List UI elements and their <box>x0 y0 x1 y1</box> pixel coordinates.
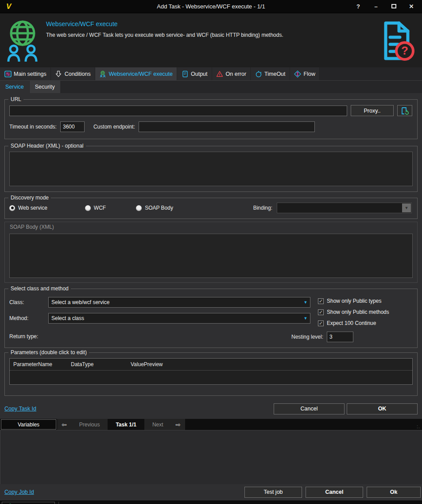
tab-label: On error <box>226 71 247 77</box>
checkbox-show-public-types[interactable]: ✓ Show only Public types <box>318 298 381 304</box>
next-task-button[interactable]: Next <box>144 419 171 430</box>
svg-text:?: ? <box>401 44 408 57</box>
tab-label: Conditions <box>65 71 91 77</box>
url-input[interactable] <box>9 105 347 116</box>
flow-diamond-icon <box>294 70 302 78</box>
variables-tab[interactable]: Variables <box>1 419 56 430</box>
next-arrow-icon[interactable]: ⇨ <box>171 419 186 430</box>
tab-label: Flow <box>304 71 315 77</box>
class-value: Select a web/wcf service <box>49 299 301 305</box>
current-task-tab[interactable]: Task 1/1 <box>108 419 144 430</box>
subtab-label: Security <box>35 84 55 90</box>
radio-label: SOAP Body <box>145 205 173 211</box>
method-combobox[interactable]: Select a class ▼ <box>48 313 310 324</box>
checkbox-icon: ✓ <box>318 309 324 315</box>
custom-endpoint-input[interactable] <box>139 121 315 132</box>
column-parameter-name[interactable]: ParameterName <box>10 361 71 367</box>
variables-panel <box>0 430 422 484</box>
parameters-legend: Parameters (double click to edit) <box>8 349 89 356</box>
close-button[interactable]: ✕ <box>408 3 415 10</box>
soap-body-label: SOAP Body (XML) <box>8 224 56 230</box>
task-ok-button[interactable]: OK <box>347 403 418 414</box>
status-variables-button[interactable]: Variables <box>2 502 55 504</box>
class-label: Class: <box>9 299 48 305</box>
status-bar: Variables Next run: No Trigger specified <box>0 500 422 504</box>
maximize-button[interactable] <box>390 3 397 10</box>
previous-arrow-icon[interactable]: ⇦ <box>57 419 71 430</box>
reload-wsdl-button[interactable] <box>397 105 412 116</box>
parameters-group: Parameters (double click to edit) Parame… <box>4 352 418 396</box>
checkbox-label: Expect 100 Continue <box>327 320 376 326</box>
class-combobox[interactable]: Select a web/wcf service ▼ <box>48 297 310 308</box>
tab-on-error[interactable]: On error <box>212 67 251 80</box>
timeout-input[interactable] <box>60 121 85 132</box>
task-footer: Copy Task Id Cancel OK <box>4 403 418 414</box>
method-label: Method: <box>9 315 48 321</box>
document-icon <box>181 70 189 78</box>
job-footer: Copy Job Id Test job Cancel Ok <box>0 484 422 500</box>
job-cancel-button[interactable]: Cancel <box>306 487 363 498</box>
radio-soap-body[interactable]: SOAP Body <box>136 205 173 211</box>
task-nav-bar: Variables ⇦ Previous Task 1/1 Next ⇨ ··· <box>0 419 422 430</box>
proxy-button[interactable]: Proxy.. <box>351 105 394 116</box>
copy-job-id-link[interactable]: Copy Job Id <box>4 489 34 495</box>
radio-icon <box>85 205 91 211</box>
task-cancel-button[interactable]: Cancel <box>274 403 345 414</box>
stopwatch-icon <box>255 70 262 78</box>
radio-label: Web service <box>18 205 47 211</box>
nesting-level-label: Nesting level: <box>291 334 323 340</box>
checkbox-icon: ✓ <box>318 298 324 304</box>
chevron-down-icon: ▼ <box>301 313 310 323</box>
tab-conditions[interactable]: Conditions <box>51 67 95 80</box>
chevron-down-icon: ▼ <box>402 203 411 212</box>
soap-body-textarea[interactable] <box>9 234 413 278</box>
binding-combobox[interactable]: ▼ <box>277 203 412 213</box>
webservice-globe-icon <box>99 70 107 78</box>
class-method-legend: Select class and method <box>8 285 71 292</box>
return-type-label: Return type: <box>9 333 38 340</box>
tab-output[interactable]: Output <box>177 67 212 80</box>
parameters-table[interactable]: ParameterName DataType ValuePreview <box>9 358 413 385</box>
radio-icon <box>136 205 142 211</box>
subtab-security[interactable]: Security <box>29 81 60 93</box>
soap-body-group: SOAP Body (XML) <box>4 222 418 283</box>
chevron-down-icon: ▼ <box>301 297 310 307</box>
status-divider <box>58 502 59 504</box>
custom-endpoint-label: Custom endpoint: <box>93 124 135 130</box>
copy-task-id-link[interactable]: Copy Task Id <box>4 406 36 412</box>
checkbox-expect-100-continue[interactable]: ✓ Expect 100 Continue <box>318 320 376 326</box>
radio-wcf[interactable]: WCF <box>85 205 106 211</box>
binding-label: Binding: <box>253 205 272 211</box>
tab-timeout[interactable]: TimeOut <box>251 67 290 80</box>
tab-webservice-wcf-execute[interactable]: Webservice/WCF execute <box>95 67 177 80</box>
soap-header-textarea[interactable] <box>9 152 413 186</box>
column-value-preview[interactable]: ValuePreview <box>131 361 412 367</box>
previous-task-button[interactable]: Previous <box>71 419 108 430</box>
job-ok-button[interactable]: Ok <box>367 487 421 498</box>
warning-icon <box>216 70 224 78</box>
document-question-icon[interactable]: ? <box>380 19 415 63</box>
soap-header-group: SOAP Header (XML) - optional <box>4 146 418 192</box>
tab-flow[interactable]: Flow <box>290 67 320 80</box>
test-job-button[interactable]: Test job <box>244 487 302 498</box>
discovery-mode-group: Discovery mode Web service WCF SOAP Body… <box>4 198 418 219</box>
url-group: URL Proxy.. Timeout in seconds: Custom e… <box>4 99 418 139</box>
column-data-type[interactable]: DataType <box>71 361 131 367</box>
radio-web-service[interactable]: Web service <box>9 205 47 211</box>
conditions-arrow-icon <box>55 70 62 78</box>
task-type-title: Webservice/WCF execute <box>46 20 283 27</box>
tab-main-settings[interactable]: Main settings <box>0 67 51 80</box>
resize-grip[interactable]: ··· <box>417 425 421 429</box>
class-method-group: Select class and method Class: Select a … <box>4 289 418 348</box>
sub-tab-strip: Service Security <box>0 81 422 93</box>
checkbox-icon: ✓ <box>318 320 324 326</box>
tab-label: Output <box>191 71 208 77</box>
tab-label: Webservice/WCF execute <box>109 71 173 77</box>
nesting-level-input[interactable] <box>327 332 353 342</box>
minimize-button[interactable]: – <box>372 3 379 10</box>
checkbox-label: Show only Public methods <box>327 309 389 315</box>
help-button[interactable]: ? <box>355 3 362 10</box>
checkbox-show-public-methods[interactable]: ✓ Show only Public methods <box>318 309 389 315</box>
document-refresh-icon <box>401 107 409 115</box>
subtab-service[interactable]: Service <box>0 81 29 93</box>
